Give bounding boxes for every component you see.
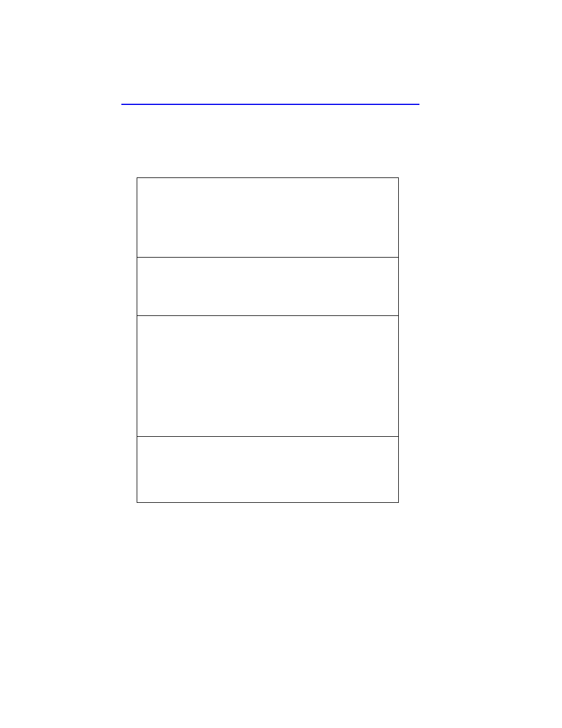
layout-table bbox=[137, 177, 399, 503]
page bbox=[0, 0, 562, 728]
table-cell bbox=[137, 258, 399, 316]
table-cell bbox=[137, 178, 399, 258]
table-cell bbox=[137, 437, 399, 503]
table-row bbox=[137, 316, 399, 437]
table-row bbox=[137, 437, 399, 503]
table-cell bbox=[137, 316, 399, 437]
header-rule bbox=[121, 104, 419, 105]
table-row bbox=[137, 178, 399, 258]
table-row bbox=[137, 258, 399, 316]
